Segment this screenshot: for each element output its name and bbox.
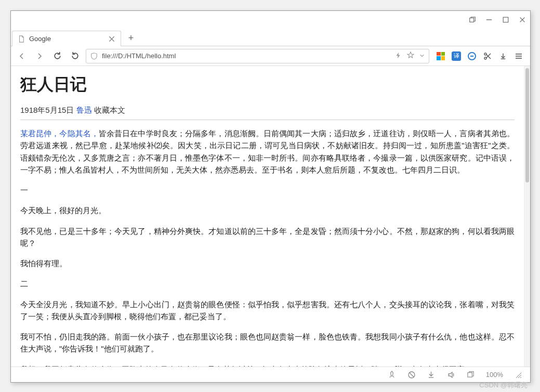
urlbar-actions [395,51,425,60]
scissors-icon[interactable] [482,51,493,61]
address-bar[interactable]: file:///D:/HTML/hello.html [86,49,429,63]
close-window-button[interactable] [518,15,527,24]
svg-rect-2 [503,17,508,22]
svg-point-9 [484,57,486,59]
extension-icons: 译 [433,51,526,61]
page-favicon [18,35,25,43]
restore-button[interactable] [68,49,82,63]
block-icon[interactable] [407,370,416,380]
content-area: 狂人日记 1918年5月15日 鲁迅 收藏本文 某君昆仲，今隐其名，皆余昔日在中… [11,66,530,367]
browser-window: Google + file:///D:/HTML/hello.html 译 [10,10,531,383]
author-link[interactable]: 鲁迅 [76,106,92,114]
section-marker: 二 [20,278,515,290]
translate-icon[interactable]: 译 [451,51,462,61]
sound-icon[interactable] [446,370,456,380]
svg-marker-7 [407,52,414,58]
intro-link[interactable]: 某君昆仲，今隐其名， [20,129,99,138]
reload-button[interactable] [50,49,64,63]
url-text: file:///D:/HTML/hello.html [102,52,391,60]
tab-title: Google [29,35,104,43]
paragraph: 某君昆仲，今隐其名，皆余昔日在中学时良友；分隔多年，消息渐阙。日前偶闻其一大病；… [20,127,515,176]
paragraph: 我怕得有理。 [20,257,515,269]
svg-rect-0 [470,18,474,22]
svg-line-18 [410,373,414,377]
window-titlebar [11,11,530,29]
adblock-icon[interactable] [467,51,477,61]
new-tab-button[interactable]: + [123,30,139,46]
resize-handle[interactable] [513,370,523,380]
tab-strip: Google + [11,29,530,46]
section-marker: 一 [20,184,515,196]
forward-button[interactable] [33,49,46,63]
svg-line-24 [520,377,521,378]
vertical-scrollbar[interactable] [524,66,530,367]
paragraph: 今天晚上，很好的月光。 [20,204,515,216]
paragraph: 我不见他，已是三十多年；今天见了，精神分外爽快。才知道以前的三十多年，全是发昏；… [20,225,515,250]
minimize-button[interactable] [484,15,494,24]
flash-icon[interactable] [395,52,402,60]
download-status-icon[interactable] [427,370,436,380]
svg-rect-21 [468,373,472,377]
paragraph: 我想：我同赵贵翁有什么仇，同路上的人又有什么仇；只有廿年以前，把古久先生的陈年流… [20,363,515,367]
collect-text: 收藏本文 [94,106,125,114]
download-icon[interactable] [498,51,508,61]
maximize-button[interactable] [501,15,510,24]
chevron-down-icon[interactable] [419,52,425,60]
publish-date: 1918年5月15日 [20,106,74,114]
meta-line: 1918年5月15日 鲁迅 收藏本文 [20,106,515,120]
back-button[interactable] [15,49,29,63]
svg-point-8 [484,53,486,55]
star-icon[interactable] [407,51,414,60]
paragraph: 今天全没月光，我知道不妙。早上小心出门，赵贵翁的眼色便怪：似乎怕我，似乎想害我。… [20,298,515,323]
status-bar: 100% [11,367,530,382]
browser-tab[interactable]: Google [12,31,121,46]
windows-icon[interactable] [466,370,476,380]
menu-button[interactable] [513,51,524,61]
toolbar: file:///D:/HTML/hello.html 译 [11,46,530,66]
rocket-icon[interactable] [387,370,397,380]
microsoft-icon[interactable] [436,51,446,61]
page-title: 狂人日记 [20,73,515,96]
article-body: 某君昆仲，今隐其名，皆余昔日在中学时良友；分隔多年，消息渐阙。日前偶闻其一大病；… [20,127,515,367]
scrollbar-thumb[interactable] [525,68,529,182]
paragraph: 我可不怕，仍旧走我的路。前面一伙小孩子，也在那里议论我；眼色也同赵贵翁一样，脸色… [20,331,515,355]
zoom-label[interactable]: 100% [486,370,503,380]
shield-icon [90,53,98,60]
page-content: 狂人日记 1918年5月15日 鲁迅 收藏本文 某君昆仲，今隐其名，皆余昔日在中… [11,66,524,367]
tab-close-button[interactable] [108,35,115,43]
overlay-icon[interactable] [468,15,477,24]
